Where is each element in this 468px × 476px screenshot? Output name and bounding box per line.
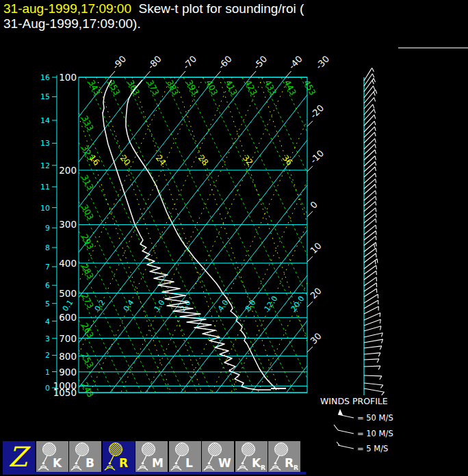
pressure-tick-label: 500 — [59, 288, 77, 299]
balloon-sonde — [208, 462, 211, 465]
mixing-ratio-line — [258, 77, 400, 393]
right-temp-label: 30 — [309, 331, 324, 346]
pressure-tick-label: 900 — [59, 367, 77, 378]
wind-barb-flick — [376, 196, 376, 200]
grid-lines — [0, 77, 468, 476]
top-temp-tick — [216, 71, 221, 77]
app-window: 31-aug-1999,17:09:00 Skew-t plot for sou… — [0, 0, 468, 476]
toolbar-button-rr[interactable]: RR — [268, 441, 300, 472]
right-temp-tick — [307, 166, 313, 172]
wind-barb-flick — [376, 271, 377, 275]
dry-adiabat-label: 453 — [302, 79, 317, 97]
button-letter: L — [185, 456, 193, 470]
wind-barb-flick — [377, 259, 378, 263]
toolbar-button-k[interactable]: K — [36, 441, 68, 472]
wind-barb-flick — [377, 359, 379, 362]
signal-arc — [105, 468, 115, 471]
wind-barb-flick — [375, 144, 376, 148]
wind-barb — [364, 375, 382, 376]
wind-barb — [364, 161, 375, 172]
balloon-icon: RR — [268, 441, 300, 472]
toolbar-button-l[interactable]: L — [169, 441, 201, 472]
isotherm-line — [322, 77, 468, 393]
moist-adiabat-line — [259, 77, 364, 393]
wind-barb — [364, 150, 375, 160]
height-tick-label: 5 — [45, 300, 50, 308]
dry-adiabat-label: 373 — [145, 79, 161, 97]
wind-barb-flick — [376, 230, 376, 235]
wind-barb — [364, 313, 380, 320]
wind-barb-flick — [372, 80, 374, 83]
signal-arc — [270, 468, 281, 471]
dry-adiabat-line — [242, 77, 393, 393]
wind-barb-flick — [378, 366, 380, 369]
toolbar-button-b[interactable]: B — [69, 441, 101, 472]
dry-adiabat-label: 243 — [79, 381, 95, 399]
wind-barb — [364, 208, 376, 217]
right-temp-tick — [307, 302, 313, 307]
wind-barb-flick — [376, 225, 376, 229]
balloon-icon: B — [69, 441, 101, 472]
top-temp-tick — [180, 71, 185, 77]
balloon-string — [44, 455, 47, 462]
balloon-icon: M — [135, 441, 168, 472]
wind-barb-flick — [374, 98, 376, 102]
dry-adiabat-label: 333 — [79, 114, 95, 133]
top-temp-tick — [286, 71, 291, 77]
height-tick-label: 3 — [45, 334, 50, 343]
toolbar-button-w[interactable]: W — [202, 441, 234, 472]
balloon-body — [42, 443, 55, 456]
wind-barb-flick — [375, 127, 376, 131]
toolbar-button-kr[interactable]: KR — [235, 441, 268, 472]
wind-profile-title: WINDS PROFILE — [320, 396, 388, 406]
top-temp-label: -50 — [252, 53, 270, 71]
wind-barb — [364, 74, 372, 86]
height-tick-label: 7 — [45, 263, 50, 272]
wind-barb — [364, 132, 375, 143]
button-letter: W — [218, 456, 231, 470]
right-temp-label: -10 — [309, 148, 326, 166]
wind-barb-flick — [376, 213, 376, 217]
top-temp-tick — [109, 71, 115, 77]
wind-barb — [364, 184, 375, 194]
height-tick-label: 9 — [45, 224, 50, 233]
moist-adiabat-label: 28 — [196, 153, 211, 168]
wind-profile — [334, 68, 385, 449]
wind-barb-flick — [380, 346, 381, 350]
balloon-sonde — [142, 462, 144, 465]
wind-barb — [364, 90, 376, 103]
mixing-ratio-line — [29, 77, 171, 393]
moist-adiabat-line — [219, 77, 324, 393]
button-letter-subscript: R — [261, 464, 265, 471]
wind-barb — [364, 105, 373, 115]
wind-barb-flick — [376, 248, 377, 252]
wind-barb-flick — [374, 86, 375, 90]
wind-barb — [364, 167, 375, 177]
balloon-string — [77, 455, 80, 462]
signal-arc — [38, 468, 49, 471]
dry-adiabat-label: 393 — [184, 79, 200, 97]
balloon-string — [110, 455, 114, 462]
balloon-string — [243, 455, 246, 462]
pressure-tick-label: 400 — [59, 258, 77, 269]
signal-arc — [138, 468, 148, 471]
isotherm-line — [0, 77, 4, 393]
height-tick-label: 0 — [45, 384, 50, 393]
dry-adiabat-label: 353 — [106, 79, 122, 97]
wind-barb — [364, 265, 376, 274]
dry-adiabat-label: 283 — [79, 262, 95, 280]
dry-adiabat-label: 343 — [86, 79, 102, 97]
height-tick-label: 15 — [40, 92, 50, 101]
signal-arc — [237, 468, 248, 471]
right-temp-tick — [307, 256, 313, 262]
pressure-tick-label: 800 — [59, 351, 77, 362]
toolbar-button-z[interactable]: Z — [3, 441, 35, 472]
toolbar-button-r[interactable]: R — [103, 441, 135, 472]
button-letter: K — [53, 456, 62, 470]
wind-barb-flick — [376, 179, 376, 183]
toolbar-button-m[interactable]: M — [135, 441, 168, 472]
wind-barb-flick — [376, 253, 376, 257]
legend-long-barb — [338, 430, 354, 434]
balloon-icon: KR — [235, 441, 268, 472]
top-temp-tick — [145, 71, 151, 77]
